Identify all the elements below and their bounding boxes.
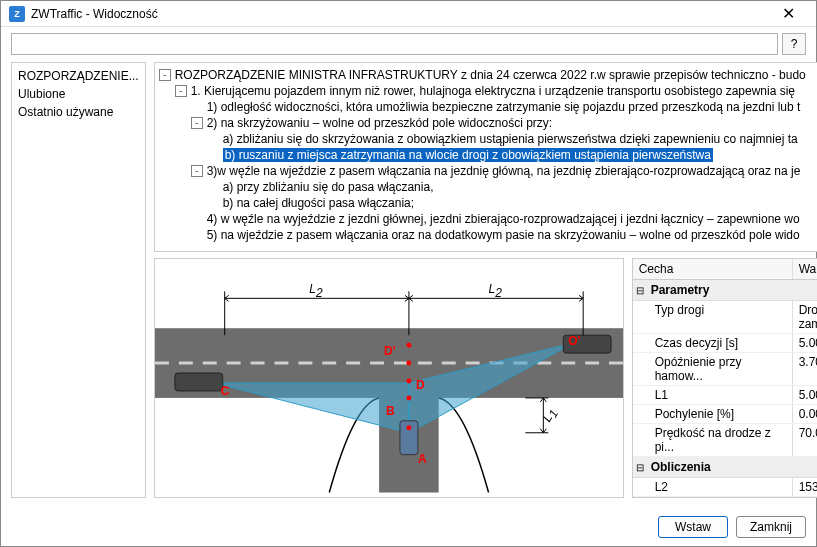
tree-node-1-2-b-selected[interactable]: b) ruszaniu z miejsca zatrzymania na wlo… bbox=[159, 147, 817, 163]
table-row[interactable]: Prędkość na drodze z pi...70.00 bbox=[633, 424, 817, 457]
table-row[interactable]: L15.00 bbox=[633, 386, 817, 405]
window-title: ZWTraffic - Widoczność bbox=[31, 7, 768, 21]
svg-rect-5 bbox=[175, 373, 223, 391]
app-window: Z ZWTraffic - Widoczność ✕ ? ROZPORZĄDZE… bbox=[0, 0, 817, 547]
point-d: D bbox=[416, 378, 425, 392]
collapse-icon[interactable]: ⊟ bbox=[633, 285, 647, 296]
group-calculations[interactable]: ⊟ Obliczenia bbox=[633, 457, 817, 478]
nav-item-recent[interactable]: Ostatnio używane bbox=[18, 103, 139, 121]
search-input[interactable] bbox=[11, 33, 778, 55]
tree-node-1-3-a[interactable]: a) przy zbliżaniu się do pasa włączania, bbox=[159, 179, 817, 195]
close-dialog-button[interactable]: Zamknij bbox=[736, 516, 806, 538]
tree-node-1-2-a[interactable]: a) zbliżaniu się do skrzyżowania z obowi… bbox=[159, 131, 817, 147]
app-icon: Z bbox=[9, 6, 25, 22]
table-row[interactable]: L2153.00 bbox=[633, 478, 817, 497]
regulation-tree[interactable]: -ROZPORZĄDZENIE MINISTRA INFRASTRUKTURY … bbox=[154, 62, 817, 252]
table-row[interactable]: Czas decyzji [s]5.00 bbox=[633, 334, 817, 353]
tree-node-1-5[interactable]: 5) na wjeździe z pasem włączania oraz na… bbox=[159, 227, 817, 243]
properties-table[interactable]: Cecha Wartość ⊟ Parametry Typ drogiDrogi… bbox=[632, 258, 817, 498]
nav-item-regulation[interactable]: ROZPORZĄDZENIE... bbox=[18, 67, 139, 85]
tree-node-1-2[interactable]: -2) na skrzyżowaniu – wolne od przeszkód… bbox=[159, 115, 817, 131]
visibility-diagram: L2 L2 L1 C O' D' D B A bbox=[155, 259, 623, 497]
header-key: Cecha bbox=[633, 259, 793, 279]
right-pane: -ROZPORZĄDZENIE MINISTRA INFRASTRUKTURY … bbox=[154, 62, 817, 498]
content-area: ROZPORZĄDZENIE... Ulubione Ostatnio używ… bbox=[1, 62, 816, 508]
nav-item-favorites[interactable]: Ulubione bbox=[18, 85, 139, 103]
tree-node-1-3-b[interactable]: b) na całej długości pasa włączania; bbox=[159, 195, 817, 211]
diagram-pane: L2 L2 L1 C O' D' D B A bbox=[154, 258, 624, 498]
expand-icon[interactable]: - bbox=[159, 69, 171, 81]
point-d-prime: D' bbox=[384, 344, 396, 358]
table-row[interactable]: Opóźnienie przy hamow...3.70 bbox=[633, 353, 817, 386]
left-nav-pane: ROZPORZĄDZENIE... Ulubione Ostatnio używ… bbox=[11, 62, 146, 498]
table-row[interactable]: Typ drogiDrogi zamiejskie bbox=[633, 301, 817, 334]
svg-point-20 bbox=[406, 425, 411, 430]
table-row[interactable]: Pochylenie [%]0.00% bbox=[633, 405, 817, 424]
header-val: Wartość bbox=[793, 259, 817, 279]
group-parameters[interactable]: ⊟ Parametry bbox=[633, 280, 817, 301]
expand-icon[interactable]: - bbox=[191, 165, 203, 177]
tree-node-1-1[interactable]: 1) odległość widoczności, która umożliwi… bbox=[159, 99, 817, 115]
help-button[interactable]: ? bbox=[782, 33, 806, 55]
tree-node-1[interactable]: -1. Kierującemu pojazdem innym niż rower… bbox=[159, 83, 817, 99]
svg-point-18 bbox=[406, 343, 411, 348]
tree-root[interactable]: -ROZPORZĄDZENIE MINISTRA INFRASTRUKTURY … bbox=[159, 67, 817, 83]
svg-marker-3 bbox=[214, 383, 408, 433]
top-toolbar: ? bbox=[11, 33, 806, 58]
point-o-prime: O' bbox=[568, 334, 580, 348]
point-a: A bbox=[418, 452, 427, 466]
expand-icon[interactable]: - bbox=[175, 85, 187, 97]
close-button[interactable]: ✕ bbox=[768, 4, 808, 23]
dialog-buttons: Wstaw Zamknij bbox=[1, 508, 816, 546]
insert-button[interactable]: Wstaw bbox=[658, 516, 728, 538]
titlebar: Z ZWTraffic - Widoczność ✕ bbox=[1, 1, 816, 27]
properties-pane: Cecha Wartość ⊟ Parametry Typ drogiDrogi… bbox=[632, 258, 817, 498]
label-l2-left: L2 bbox=[309, 282, 323, 300]
label-l2-right: L2 bbox=[488, 282, 502, 300]
svg-point-17 bbox=[406, 378, 411, 383]
bottom-row: L2 L2 L1 C O' D' D B A bbox=[154, 258, 817, 498]
point-b: B bbox=[386, 404, 395, 418]
point-c: C bbox=[220, 384, 229, 398]
collapse-icon[interactable]: ⊟ bbox=[633, 462, 647, 473]
expand-icon[interactable]: - bbox=[191, 117, 203, 129]
tree-node-1-3[interactable]: -3)w węźle na wjeździe z pasem włączania… bbox=[159, 163, 817, 179]
table-header: Cecha Wartość bbox=[633, 259, 817, 280]
svg-point-16 bbox=[406, 395, 411, 400]
svg-point-19 bbox=[406, 361, 411, 366]
tree-node-1-4[interactable]: 4) w węźle na wyjeździe z jezdni głównej… bbox=[159, 211, 817, 227]
